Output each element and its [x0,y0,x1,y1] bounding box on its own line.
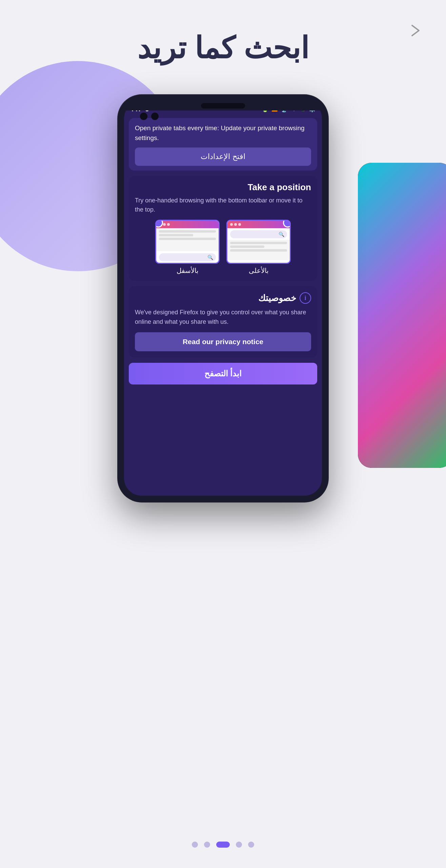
second-phone-screen [358,163,446,468]
indicator-dot-3-active [216,842,230,848]
line5 [230,245,264,248]
phone-device: ١١:٠٤ 🔋 📶 📡 📍 📱 ⚙️ [118,95,328,502]
toolbar-top-mockup: 🔍 [226,220,291,264]
private-card-text: Open private tabs every time: Update you… [135,123,311,143]
camera-left [140,113,147,120]
phone-outer-frame: ١١:٠٤ 🔋 📶 📡 📍 📱 ⚙️ [118,95,328,502]
page-indicators [0,842,446,848]
dot4 [230,223,233,226]
line2 [159,234,193,236]
mockup-header-top [227,221,290,228]
search-icon-top: 🔍 [279,232,284,237]
privacy-title-row: خصوصيتك i [135,292,311,304]
open-settings-button[interactable]: افتح الإعدادات [135,147,311,166]
indicator-dot-5 [248,842,254,848]
forward-nav-arrow[interactable] [404,19,427,42]
toolbar-bottom-option[interactable]: 🔍 بالأسفل [155,220,220,275]
search-icon-bottom: 🔍 [207,255,213,260]
indicator-dot-4 [236,842,242,848]
phone-screen: ١١:٠٤ 🔋 📶 📡 📍 📱 ⚙️ [124,101,322,496]
privacy-card: خصوصيتك i We've designed Firefox to give… [129,286,317,357]
bottom-option-label: بالأسفل [177,267,199,275]
toolbar-options: 🔍 بالأسفل [135,220,311,275]
dot5 [234,223,237,226]
start-browsing-button[interactable]: ابدأ التصفح [129,363,317,384]
privacy-card-title: خصوصيتك [258,293,296,303]
mockup-header-bottom [156,221,219,228]
dot2 [163,223,166,226]
privacy-card-description: We've designed Firefox to give you contr… [135,308,311,327]
mockup-footer-bottom [156,263,219,264]
mockup-body-top [227,240,290,260]
line4 [230,242,287,244]
line3 [159,238,216,240]
private-browsing-card: Open private tabs every time: Update you… [129,118,317,171]
privacy-notice-button[interactable]: Read our privacy notice [135,332,311,351]
start-button-wrapper: ابدأ التصفح [129,363,317,388]
line1 [159,230,216,233]
phone-speaker [201,103,245,108]
toolbar-top-option[interactable]: 🔍 بالأعلى [226,220,291,275]
position-card-description: Try one-handed browsing with the bottom … [135,196,311,214]
indicator-dot-2 [204,842,210,848]
privacy-info-icon[interactable]: i [300,292,311,304]
dot6 [238,223,241,226]
page-title: ابحث كما تريد [0,31,446,65]
dot3 [167,223,170,226]
search-bar-top: 🔍 [230,230,287,238]
mockup-body-bottom [156,228,219,251]
position-card: Take a position Try one-handed browsing … [129,176,317,281]
top-option-label: بالأعلى [249,267,269,275]
camera-right [151,113,159,120]
position-card-title: Take a position [135,182,311,193]
indicator-dot-1 [192,842,198,848]
line6 [230,249,287,252]
screen-content: Open private tabs every time: Update you… [124,115,322,496]
phone-notch [124,101,322,111]
toolbar-bottom-mockup: 🔍 [155,220,220,264]
search-bar-bottom: 🔍 [159,253,216,261]
second-phone [358,163,446,468]
